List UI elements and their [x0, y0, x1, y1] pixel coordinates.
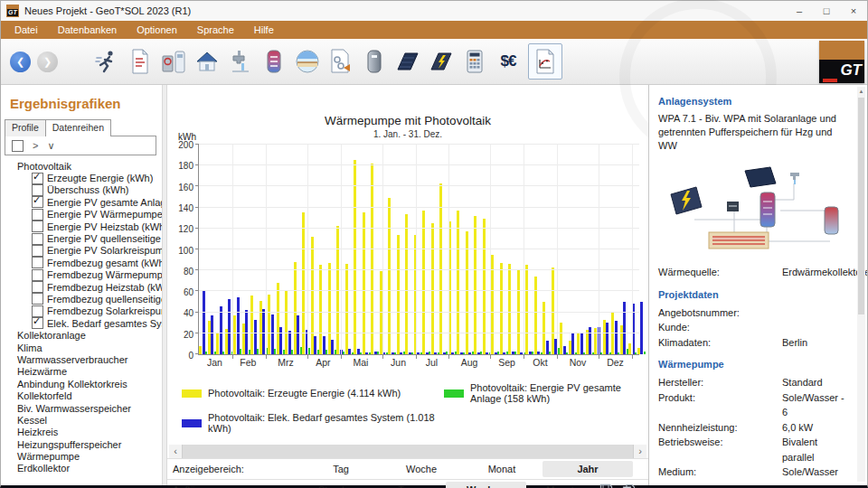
menu-item-sprache[interactable]: Sprache — [187, 21, 244, 39]
checkbox[interactable] — [32, 257, 43, 268]
tree-group-w-rmepumpe[interactable]: Wärmepumpe — [1, 450, 162, 462]
menu-item-datei[interactable]: Datei — [5, 21, 48, 39]
chart-panel: Wärmepumpe mit Photovoltaik 1. Jan. - 31… — [167, 85, 648, 485]
bar-group-week-16 — [328, 145, 337, 354]
checkbox[interactable] — [32, 269, 43, 281]
bar — [483, 219, 486, 354]
quick-design-icon[interactable] — [93, 47, 120, 76]
report-icon[interactable] — [127, 47, 154, 76]
app-icon-text: GT — [7, 9, 18, 16]
option-monate[interactable]: Monate — [527, 482, 599, 488]
economy-icon[interactable]: $€ — [495, 47, 522, 76]
tree-group-kollektorfeld[interactable]: Kollektorfeld — [1, 389, 162, 401]
info-panel-scrollbar[interactable]: ▲ — [857, 87, 865, 482]
checkbox[interactable] — [32, 196, 43, 208]
bar — [388, 198, 391, 354]
calculator-icon[interactable] — [461, 47, 488, 76]
tree-item[interactable]: Energie PV Wärmepumpe (k — [1, 209, 162, 221]
scroll-left-icon[interactable]: ‹ — [169, 445, 182, 458]
tree-group-kollektoranlage[interactable]: Kollektoranlage — [1, 329, 162, 341]
boiler-icon[interactable] — [361, 47, 388, 76]
system-description: WPA 7.1 - Biv. WPA mit Solaranlage und g… — [658, 112, 851, 153]
results-graphics-icon[interactable] — [528, 43, 562, 80]
tree-group-heizungspufferspeicher[interactable]: Heizungspufferspeicher — [1, 438, 162, 450]
heat-pump-system-icon[interactable] — [160, 47, 187, 76]
checkbox[interactable] — [32, 221, 43, 232]
collapse-icon[interactable]: ∨ — [47, 141, 54, 151]
tree-item[interactable]: Erzeugte Energie (kWh) — [1, 172, 162, 183]
checkbox[interactable] — [32, 305, 43, 317]
control-row-aufloesung: Auflösung:StundenTageWochenMonate — [167, 479, 648, 488]
checkbox[interactable] — [32, 233, 43, 245]
checkbox[interactable] — [32, 245, 43, 257]
bar-group-week-33 — [474, 145, 483, 354]
menu-item-optionen[interactable]: Optionen — [127, 21, 187, 39]
bar-group-week-9 — [268, 145, 277, 354]
solar-thermal-icon[interactable] — [394, 47, 421, 76]
tree-item[interactable]: Elek. Bedarf gesamtes System — [1, 317, 162, 329]
tree-item-label: Energie PV Heizstab (kWh) — [47, 221, 162, 232]
checkbox[interactable] — [32, 281, 43, 293]
tree-group-klima[interactable]: Klima — [1, 342, 162, 353]
scroll-up-icon[interactable]: ▲ — [857, 87, 865, 96]
info-label: Produkt: — [658, 390, 782, 420]
tree-group-erdkollektor[interactable]: Erdkollektor — [1, 463, 162, 474]
tree-item[interactable]: Fremdbezug gesamt (kWh) — [1, 257, 162, 268]
tab-profile[interactable]: Profile — [5, 119, 46, 136]
checkbox[interactable] — [32, 317, 43, 329]
building-icon[interactable] — [193, 47, 221, 76]
option-tag[interactable]: Tag — [301, 461, 381, 477]
photovoltaics-icon[interactable] — [428, 47, 455, 76]
info-row: Nennheizleistung:6,0 kW — [658, 420, 851, 436]
tree-item[interactable]: Fremdbezug Wärmepumpe (k — [1, 269, 162, 281]
tree-group-anbindung-kollektorkreis[interactable]: Anbindung Kollektorkreis — [1, 378, 162, 389]
option-jahr[interactable]: Jahr — [542, 461, 633, 477]
tab-datenreihen[interactable]: Datenreihen — [45, 119, 111, 136]
chart-title: Wärmepumpe mit Photovoltaik — [167, 114, 648, 127]
copy-icon[interactable] — [622, 483, 636, 488]
tree-item[interactable]: Energie PV Heizstab (kWh) — [1, 221, 162, 232]
tree-item[interactable]: Energie PV Solarkreispumpe ( — [1, 245, 162, 257]
option-tage[interactable]: Tage — [373, 482, 445, 488]
select-all-checkbox[interactable] — [12, 140, 24, 152]
tree-item[interactable]: Fremdbezug Solarkreispumpe — [1, 305, 162, 317]
scrollbar-thumb[interactable] — [182, 445, 634, 458]
system-schematic-icon[interactable] — [327, 47, 354, 76]
checkbox[interactable] — [32, 184, 43, 196]
bar-group-week-52 — [637, 145, 646, 354]
checkbox[interactable] — [32, 173, 43, 184]
tree-group-biv-warmwasserspeicher[interactable]: Biv. Warmwasserspeicher — [1, 402, 162, 414]
tree-item[interactable]: Energie PV quellenseitige Pu — [1, 232, 162, 244]
tree-item[interactable]: Energie PV gesamte Anlage (k — [1, 196, 162, 208]
forward-icon[interactable]: ❯ — [37, 52, 58, 72]
storage-tank-icon[interactable] — [260, 47, 288, 76]
minimize-button[interactable]: – — [786, 1, 813, 21]
menu-item-datenbanken[interactable]: Datenbanken — [48, 21, 127, 39]
option-wochen[interactable]: Wochen — [446, 482, 527, 488]
tree-group-photovoltaik[interactable]: Photovoltaik — [1, 160, 162, 172]
tree-group-heizkreis[interactable]: Heizkreis — [1, 427, 162, 438]
tree-item[interactable]: Überschuss (kWh) — [1, 184, 162, 196]
tap-water-icon[interactable] — [227, 47, 254, 76]
chart-scrollbar[interactable]: ‹ › — [169, 445, 646, 458]
option-woche[interactable]: Woche — [382, 461, 461, 477]
maximize-button[interactable]: □ — [813, 1, 840, 21]
tree-group-kessel[interactable]: Kessel — [1, 414, 162, 426]
save-icon[interactable] — [599, 483, 613, 488]
checkbox[interactable] — [32, 209, 43, 221]
checkbox[interactable] — [32, 293, 43, 305]
tree-group-warmwasserverbraucher[interactable]: Warmwasserverbraucher — [1, 353, 162, 365]
expand-icon[interactable]: > — [33, 141, 38, 151]
menu-item-hilfe[interactable]: Hilfe — [244, 21, 284, 39]
month-tick — [490, 354, 491, 359]
option-monat[interactable]: Monat — [462, 461, 542, 477]
option-stunden[interactable]: Stunden — [301, 482, 373, 488]
tree-item[interactable]: Fremdbezug quellenseitige P — [1, 293, 162, 305]
tree-group-heizw-rme[interactable]: Heizwärme — [1, 366, 162, 378]
info-scrollbar-thumb[interactable] — [858, 98, 864, 314]
scroll-right-icon[interactable]: › — [634, 445, 646, 458]
close-button[interactable]: × — [840, 1, 867, 21]
tree-item[interactable]: Fremdbezug Heizstab (kWh) — [1, 281, 162, 293]
ground-source-icon[interactable] — [294, 47, 321, 76]
back-icon[interactable]: ❮ — [10, 52, 31, 72]
